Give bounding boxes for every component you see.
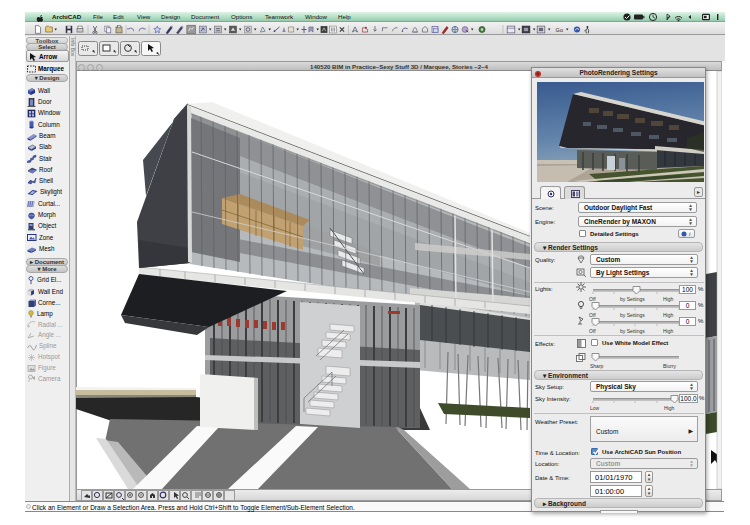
svg-text:Go: Go xyxy=(556,27,563,33)
svg-text:i: i xyxy=(689,231,691,237)
